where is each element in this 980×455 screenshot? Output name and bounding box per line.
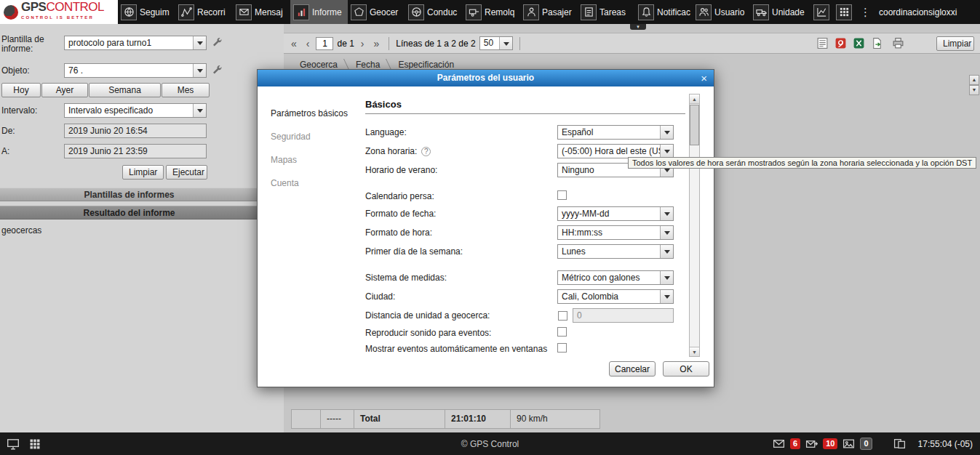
yesterday-button[interactable]: Ayer <box>41 83 88 97</box>
template-wrench-icon[interactable] <box>211 36 224 49</box>
dialog-nav-cuenta[interactable]: Cuenta <box>271 178 299 188</box>
nav-tools: ⋮ coordinacionsigloxxi <box>813 0 963 24</box>
object-wrench-icon[interactable] <box>211 64 224 77</box>
nav-item-mensajes[interactable]: Mensaj <box>233 0 290 24</box>
nav-item-notificaciones[interactable]: Notificac <box>635 0 693 24</box>
help-icon[interactable]: ? <box>421 147 431 156</box>
report-list-icon[interactable] <box>815 36 829 51</box>
templates-section-header[interactable]: Plantillas de informes <box>0 188 258 201</box>
play-sound-checkbox[interactable] <box>557 327 567 337</box>
dashboard-grid-icon[interactable] <box>29 438 41 450</box>
first-day-select[interactable]: Lunes <box>557 244 674 259</box>
week-button[interactable]: Semana <box>89 83 161 97</box>
nav-item-geocercas[interactable]: Geocer <box>348 0 405 24</box>
apps-grid-icon[interactable] <box>836 4 852 20</box>
ok-button[interactable]: OK <box>663 361 709 377</box>
first-day-value: Lunes <box>562 246 586 257</box>
media-photo-icon[interactable] <box>842 438 855 450</box>
scroll-up-icon[interactable]: ▲ <box>690 94 699 104</box>
print-icon[interactable] <box>891 36 905 51</box>
logo-gps: GPS <box>21 0 46 14</box>
sidebar-clear-button[interactable]: Limpiar <box>122 165 164 180</box>
date-format-label: Formato de fecha: <box>365 209 436 219</box>
interval-select[interactable]: Intervalo especificado <box>64 103 207 118</box>
geofence-distance-input[interactable] <box>573 308 674 323</box>
username[interactable]: coordinacionsigloxxi <box>879 7 957 17</box>
today-button[interactable]: Hoy <box>1 83 41 97</box>
scrollbar-thumb[interactable] <box>690 105 699 145</box>
from-label: De: <box>1 126 15 136</box>
total-cell-time: 21:01:10 <box>445 410 511 428</box>
nav-item-conductores[interactable]: Conduc <box>405 0 463 24</box>
dialog-scrollbar[interactable]: ▲ ▼ <box>689 94 700 357</box>
page-number-input[interactable] <box>316 37 333 50</box>
jobs-cards-icon[interactable] <box>893 438 906 450</box>
to-date-input[interactable] <box>64 144 207 158</box>
dialog-nav-seguridad[interactable]: Seguridad <box>271 132 311 142</box>
timezone-select[interactable]: (-05:00) Hora del este (US <box>557 144 674 158</box>
next-page-icon[interactable]: › <box>358 38 367 49</box>
report-clear-button[interactable]: Limpiar <box>936 36 974 51</box>
persian-calendar-checkbox[interactable] <box>557 190 567 200</box>
first-page-icon[interactable]: « <box>288 38 300 49</box>
nav-item-pasajeros[interactable]: Pasajer <box>520 0 578 24</box>
nav-item-seguimiento[interactable]: Seguim <box>118 0 175 24</box>
nav-item-unidades[interactable]: Unidade <box>750 0 808 24</box>
measure-system-select[interactable]: Métrico con galones <box>557 270 674 285</box>
page-size-select[interactable]: 50 <box>479 36 513 50</box>
dialog-nav-mapas[interactable]: Mapas <box>271 155 297 165</box>
header-collapse-chevron-icon[interactable]: ▾ <box>630 24 646 30</box>
nav-label: Informe <box>312 7 342 17</box>
nav-label: Recorri <box>197 7 226 17</box>
notifications-mail-icon[interactable] <box>805 438 818 450</box>
logo[interactable]: GPSCONTROL CONTROL IS BETTER <box>0 0 118 24</box>
report-toolbar: « ‹ de 1 › » Líneas de 1 a 2 de 2 50 Lim… <box>284 33 980 54</box>
dialog-titlebar[interactable]: Parámetros del usuario × <box>258 70 714 86</box>
nav-item-informes[interactable]: Informe <box>290 0 348 24</box>
top-nav: GPSCONTROL CONTROL IS BETTER Seguim Reco… <box>0 0 980 24</box>
nav-item-usuarios[interactable]: Usuario <box>693 0 750 24</box>
time-format-select[interactable]: HH:mm:ss <box>557 225 674 240</box>
messages-envelope-icon <box>236 4 252 20</box>
template-select[interactable]: protocolo para turno1 <box>64 36 207 50</box>
scroll-down-icon[interactable]: ▼ <box>969 85 979 95</box>
monitor-icon[interactable] <box>7 438 20 451</box>
field-row-measure-system: Sistema de medidas: Métrico con galones <box>365 270 685 286</box>
geofence-distance-label: Distancia de unidad a geocerca: <box>365 310 490 321</box>
dialog-footer: Cancelar OK <box>609 361 709 377</box>
export-file-icon[interactable] <box>869 36 884 51</box>
timezone-value: (-05:00) Hora del este (US <box>562 146 664 156</box>
field-row-show-events: Mostrar eventos automáticamente en venta… <box>365 341 685 357</box>
date-format-select[interactable]: yyyy-MM-dd <box>557 206 674 221</box>
export-excel-icon[interactable] <box>851 36 866 51</box>
result-section-header[interactable]: Resultado del informe <box>0 206 258 220</box>
nav-item-remolques[interactable]: Remolq <box>463 0 520 24</box>
dialog-nav-basicos[interactable]: Parámetros básicos <box>271 108 348 118</box>
geofence-distance-checkbox[interactable] <box>558 311 567 321</box>
scroll-up-icon[interactable]: ▲ <box>969 75 979 85</box>
field-row-geofence-distance: Distancia de unidad a geocerca: <box>365 307 685 323</box>
logo-tagline: CONTROL IS BETTER <box>21 15 94 20</box>
more-menu-icon[interactable]: ⋮ <box>859 6 872 19</box>
export-pdf-icon[interactable] <box>833 36 848 51</box>
statistics-chart-icon[interactable] <box>813 4 829 20</box>
close-icon[interactable]: × <box>701 70 707 86</box>
trailer-icon <box>466 4 482 20</box>
measure-system-label: Sistema de medidas: <box>365 273 447 283</box>
nav-item-tareas[interactable]: Tareas <box>578 0 635 24</box>
prev-page-icon[interactable]: ‹ <box>303 38 313 49</box>
from-date-input[interactable] <box>64 124 207 138</box>
execute-button[interactable]: Ejecutar <box>166 165 207 180</box>
scroll-down-icon[interactable]: ▼ <box>690 347 699 356</box>
cancel-button[interactable]: Cancelar <box>609 361 656 377</box>
last-page-icon[interactable]: » <box>371 38 383 49</box>
month-button[interactable]: Mes <box>162 83 210 97</box>
city-select[interactable]: Cali, Colombia <box>557 289 674 304</box>
object-select[interactable]: 76 . <box>64 63 207 78</box>
nav-item-recorridos[interactable]: Recorri <box>175 0 233 24</box>
result-tree-item-geocercas[interactable]: geocercas <box>1 225 41 235</box>
language-select[interactable]: Español <box>557 125 674 140</box>
messages-envelope-icon[interactable] <box>773 438 785 450</box>
show-events-checkbox[interactable] <box>557 343 567 353</box>
app-root: GPSCONTROL CONTROL IS BETTER Seguim Reco… <box>0 0 980 455</box>
